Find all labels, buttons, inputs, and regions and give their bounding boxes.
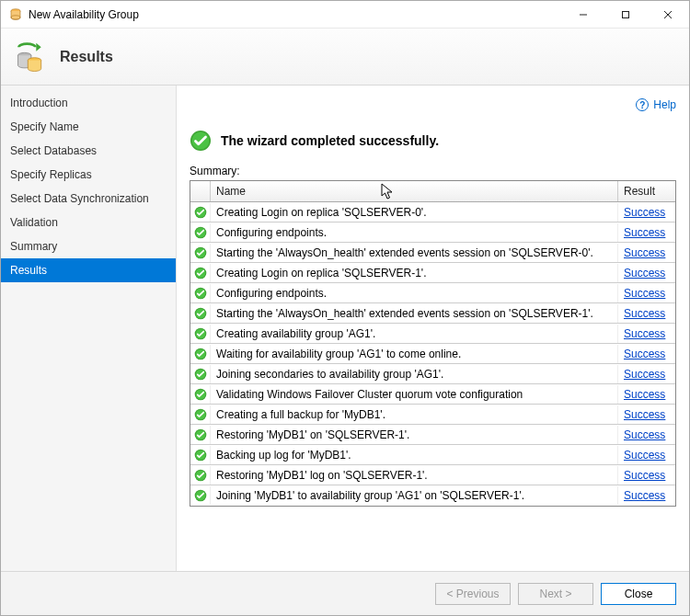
table-row: Starting the 'AlwaysOn_health' extended … — [190, 303, 675, 324]
step-result: Success — [618, 203, 675, 222]
sidebar-item-summary[interactable]: Summary — [1, 234, 176, 258]
check-icon — [190, 304, 211, 323]
minimize-button[interactable] — [562, 1, 604, 29]
check-icon — [190, 223, 211, 242]
main-panel: ? Help The wizard completed successfully… — [177, 86, 689, 571]
step-result: Success — [618, 405, 675, 424]
wizard-header: Results — [1, 29, 689, 86]
next-button: Next > — [518, 583, 593, 605]
result-link[interactable]: Success — [624, 267, 665, 279]
wizard-window: New Availability Group Results Introduct… — [0, 0, 690, 616]
check-icon — [190, 244, 211, 262]
step-name: Joining secondaries to availability grou… — [211, 365, 618, 383]
result-link[interactable]: Success — [624, 388, 665, 401]
result-link[interactable]: Success — [624, 348, 665, 360]
check-icon — [190, 486, 211, 505]
check-icon — [190, 325, 211, 343]
table-row: Creating availability group 'AG1'.Succes… — [190, 324, 675, 344]
sidebar-item-select-data-synchronization[interactable]: Select Data Synchronization — [1, 187, 176, 211]
step-name: Starting the 'AlwaysOn_health' extended … — [211, 244, 618, 262]
result-link[interactable]: Success — [624, 327, 665, 340]
sidebar-item-specify-replicas[interactable]: Specify Replicas — [1, 163, 176, 187]
step-result: Success — [618, 466, 675, 485]
sidebar-item-validation[interactable]: Validation — [1, 211, 176, 234]
table-row: Creating Login on replica 'SQLSERVER-0'.… — [190, 202, 675, 222]
step-name: Creating Login on replica 'SQLSERVER-0'. — [211, 203, 618, 222]
step-result: Success — [618, 365, 675, 383]
table-row: Restoring 'MyDB1' log on 'SQLSERVER-1'.S… — [190, 465, 675, 485]
table-row: Joining 'MyDB1' to availability group 'A… — [190, 485, 675, 506]
step-result: Success — [618, 426, 675, 444]
sidebar-item-results[interactable]: Results — [1, 258, 176, 282]
step-result: Success — [618, 486, 675, 505]
success-icon — [190, 130, 212, 152]
help-area: ? Help — [190, 95, 676, 115]
step-name: Waiting for availability group 'AG1' to … — [211, 345, 618, 363]
sidebar-item-specify-name[interactable]: Specify Name — [1, 115, 176, 139]
table-row: Waiting for availability group 'AG1' to … — [190, 344, 675, 364]
check-icon — [190, 405, 211, 424]
table-row: Restoring 'MyDB1' on 'SQLSERVER-1'.Succe… — [190, 425, 675, 445]
step-name: Starting the 'AlwaysOn_health' extended … — [211, 304, 618, 323]
step-result: Success — [618, 385, 675, 404]
result-link[interactable]: Success — [624, 307, 665, 320]
wizard-body: IntroductionSpecify NameSelect Databases… — [1, 86, 689, 571]
titlebar: New Availability Group — [1, 1, 689, 29]
check-icon — [190, 466, 211, 485]
sidebar-item-select-databases[interactable]: Select Databases — [1, 139, 176, 163]
result-link[interactable]: Success — [624, 469, 665, 482]
result-link[interactable]: Success — [624, 287, 665, 300]
check-icon — [190, 365, 211, 383]
results-grid: Name Result Creating Login on replica 'S… — [190, 180, 676, 507]
check-icon — [190, 446, 211, 464]
table-row: Starting the 'AlwaysOn_health' extended … — [190, 243, 675, 263]
status-line: The wizard completed successfully. — [190, 130, 676, 152]
status-text: The wizard completed successfully. — [221, 133, 439, 148]
svg-marker-6 — [36, 42, 40, 51]
help-icon: ? — [636, 98, 649, 111]
step-result: Success — [618, 446, 675, 464]
close-wizard-button[interactable]: Close — [601, 583, 676, 605]
step-result: Success — [618, 304, 675, 323]
previous-button: < Previous — [435, 583, 511, 605]
check-icon — [190, 426, 211, 444]
grid-body: Creating Login on replica 'SQLSERVER-0'.… — [190, 202, 675, 506]
window-title: New Availability Group — [29, 8, 562, 21]
database-icon — [14, 40, 47, 74]
result-link[interactable]: Success — [624, 428, 665, 441]
check-icon — [190, 345, 211, 363]
page-title: Results — [60, 49, 113, 65]
result-link[interactable]: Success — [624, 368, 665, 381]
step-result: Success — [618, 284, 675, 302]
sidebar-item-introduction[interactable]: Introduction — [1, 91, 176, 115]
step-result: Success — [618, 345, 675, 363]
result-link[interactable]: Success — [624, 206, 665, 219]
table-row: Creating a full backup for 'MyDB1'.Succe… — [190, 405, 675, 425]
svg-rect-3 — [623, 11, 629, 17]
grid-header-name[interactable]: Name — [211, 181, 618, 201]
close-button[interactable] — [647, 1, 689, 29]
step-name: Restoring 'MyDB1' log on 'SQLSERVER-1'. — [211, 466, 618, 485]
result-link[interactable]: Success — [624, 408, 665, 421]
check-icon — [190, 385, 211, 404]
step-result: Success — [618, 223, 675, 242]
result-link[interactable]: Success — [624, 226, 665, 239]
summary-label: Summary: — [190, 165, 676, 177]
step-name: Backing up log for 'MyDB1'. — [211, 446, 618, 464]
result-link[interactable]: Success — [624, 449, 665, 462]
maximize-button[interactable] — [604, 1, 647, 29]
step-result: Success — [618, 244, 675, 262]
help-link[interactable]: Help — [653, 98, 676, 111]
step-result: Success — [618, 325, 675, 343]
step-name: Creating Login on replica 'SQLSERVER-1'. — [211, 264, 618, 282]
result-link[interactable]: Success — [624, 246, 665, 259]
grid-header-result[interactable]: Result — [618, 181, 675, 201]
step-name: Restoring 'MyDB1' on 'SQLSERVER-1'. — [211, 426, 618, 444]
check-icon — [190, 264, 211, 282]
table-row: Configuring endpoints.Success — [190, 283, 675, 303]
footer: < Previous Next > Close — [1, 571, 689, 615]
result-link[interactable]: Success — [624, 489, 665, 502]
app-icon — [8, 7, 23, 22]
grid-header: Name Result — [190, 181, 675, 202]
step-name: Joining 'MyDB1' to availability group 'A… — [211, 486, 618, 505]
